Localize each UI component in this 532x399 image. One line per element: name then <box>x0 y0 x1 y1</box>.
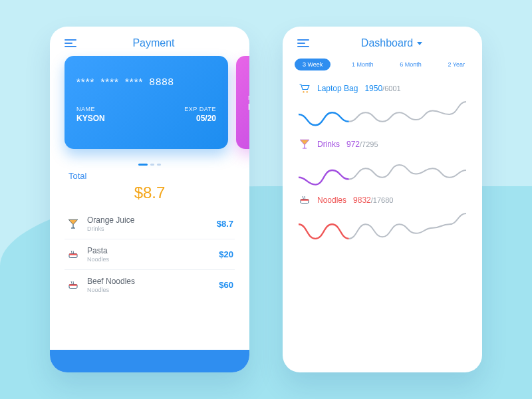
payment-title: Payment <box>86 37 235 49</box>
noodles-icon <box>66 278 80 293</box>
card-name: KY <box>248 102 249 112</box>
metric-name: Laptop Bag <box>317 84 358 93</box>
svg-line-5 <box>73 251 74 254</box>
svg-line-8 <box>71 281 72 285</box>
total-amount: $8.7 <box>50 184 249 202</box>
list-item[interactable]: Beef Noodles Noodles $60 <box>65 270 235 300</box>
noodles-icon <box>299 194 311 206</box>
card-name: KYSON <box>76 114 105 123</box>
metric-name: Drinks <box>317 140 340 149</box>
svg-rect-7 <box>69 284 77 285</box>
metric-sparkline <box>299 206 466 246</box>
tab-3week[interactable]: 3 Week <box>295 59 331 70</box>
svg-line-9 <box>73 281 74 285</box>
tab-6month[interactable]: 6 Month <box>394 59 427 70</box>
item-name: Pasta <box>87 246 219 255</box>
carousel-dots[interactable] <box>50 164 249 166</box>
list-item[interactable]: Pasta Noodles $20 <box>65 239 235 270</box>
svg-line-16 <box>303 196 304 200</box>
menu-icon[interactable] <box>297 39 309 47</box>
dashboard-screen: Dashboard 3 Week 1 Month 6 Month 2 Year … <box>283 27 482 372</box>
payment-screen: Payment **** **** **** 8888 NAME KYSON E… <box>50 27 249 372</box>
metric-drinks[interactable]: Drinks 972/7295 <box>283 134 482 190</box>
svg-rect-3 <box>69 253 77 255</box>
time-range-tabs: 3 Week 1 Month 6 Month 2 Year <box>283 56 482 78</box>
order-items: Orange Juice Drinks $8.7 Pasta Noodles $… <box>50 209 249 300</box>
credit-card-primary[interactable]: **** **** **** 8888 NAME KYSON EXP DATE … <box>65 56 228 149</box>
item-price: $60 <box>219 280 233 290</box>
item-name: Orange Juice <box>87 215 217 225</box>
menu-icon[interactable] <box>65 39 76 47</box>
metric-noodles[interactable]: Noodles 9832/17680 <box>283 190 482 246</box>
dashboard-header: Dashboard <box>283 27 482 56</box>
cocktail-icon <box>299 138 311 150</box>
metric-name: Noodles <box>317 196 346 205</box>
card-name-label: NAME <box>76 106 105 112</box>
payment-header: Payment <box>50 27 249 56</box>
item-category: Noodles <box>87 256 219 263</box>
dashboard-title: Dashboard <box>361 37 413 49</box>
svg-rect-15 <box>301 200 309 201</box>
tab-1month[interactable]: 1 Month <box>346 59 379 70</box>
card-number: **** **** **** 8888 <box>76 76 216 87</box>
chevron-down-icon[interactable] <box>417 42 422 45</box>
card-name-label: NA <box>248 94 249 101</box>
item-category: Drinks <box>87 225 217 232</box>
metric-value: 1950/6001 <box>364 84 400 93</box>
card-exp: 05/20 <box>184 114 216 123</box>
noodles-icon <box>66 247 80 262</box>
total-label: Total <box>50 171 249 181</box>
list-item[interactable]: Orange Juice Drinks $8.7 <box>65 209 235 239</box>
svg-point-11 <box>307 91 308 92</box>
svg-point-10 <box>303 91 304 92</box>
metric-sparkline <box>299 94 466 134</box>
metric-value: 972/7295 <box>346 140 378 149</box>
svg-line-17 <box>305 196 305 200</box>
tab-2year[interactable]: 2 Year <box>442 59 470 70</box>
metric-value: 9832/17680 <box>353 196 393 205</box>
metric-sparkline <box>299 150 466 190</box>
cocktail-icon <box>66 217 80 231</box>
card-exp-label: EXP DATE <box>184 106 216 112</box>
pay-button[interactable] <box>50 350 249 372</box>
item-price: $8.7 <box>217 219 233 229</box>
credit-card-secondary[interactable]: NA KY <box>236 56 249 149</box>
cart-icon <box>299 82 311 94</box>
svg-line-4 <box>71 251 72 254</box>
item-category: Noodles <box>87 287 219 293</box>
cards-carousel[interactable]: **** **** **** 8888 NAME KYSON EXP DATE … <box>50 56 249 156</box>
item-price: $20 <box>219 249 233 259</box>
item-name: Beef Noodles <box>87 277 219 286</box>
metric-laptop-bag[interactable]: Laptop Bag 1950/6001 <box>283 78 482 134</box>
